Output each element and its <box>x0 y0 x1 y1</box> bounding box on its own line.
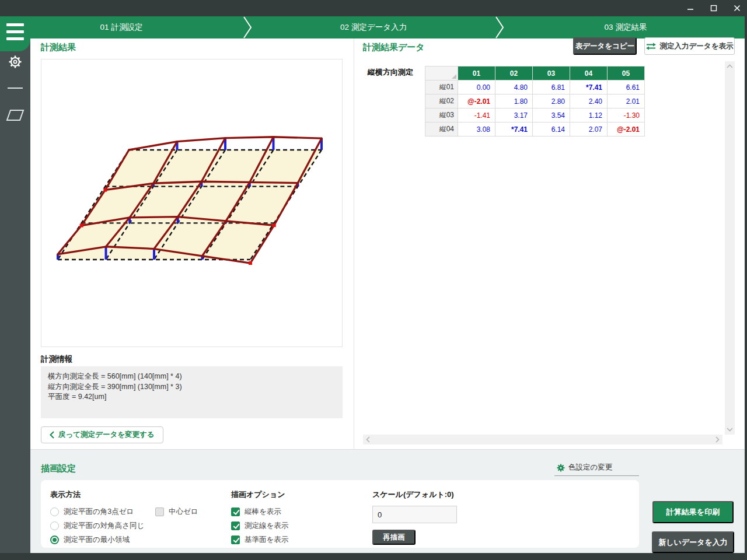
negative-point-marker <box>273 223 276 227</box>
measurement-result-title: 計測結果 <box>41 42 76 53</box>
sidebar-settings-button[interactable] <box>0 50 30 74</box>
negative-point-marker <box>249 261 252 265</box>
chevron-up-icon <box>727 64 733 68</box>
step-separator-chevron-icon <box>495 16 504 38</box>
table-cell: -1.30 <box>608 108 645 123</box>
table-cell: 0.00 <box>458 80 495 94</box>
copy-table-button[interactable]: 表データをコピー <box>573 37 637 55</box>
result-table: 0102030405縦010.004.806.81*7.416.61縦02@-2… <box>425 66 645 136</box>
table-row: 縦03-1.413.173.541.12-1.30 <box>425 108 645 123</box>
maximize-icon <box>710 5 717 12</box>
step-3[interactable]: 03 測定結果 <box>504 16 747 38</box>
table-row-header: 縦04 <box>425 123 458 136</box>
line-icon <box>7 86 23 90</box>
step-separator-chevron-icon <box>243 16 252 38</box>
new-data-button[interactable]: 新しいデータを入力 <box>652 531 734 553</box>
checkbox-label: 中心ゼロ <box>169 507 198 517</box>
color-settings-link[interactable]: 色設定の変更 <box>554 463 639 476</box>
surface-chart <box>41 60 342 346</box>
scroll-up-button[interactable] <box>725 61 735 71</box>
step-label: 03 測定結果 <box>605 22 647 33</box>
wizard-stepper: 01 計測設定02 測定データ入力03 測定結果 <box>0 16 747 38</box>
table-cell: 4.80 <box>495 80 533 94</box>
table-row: 縦02@-2.011.802.802.402.01 <box>425 94 645 108</box>
table-cell: -1.41 <box>458 108 495 123</box>
radio-icon <box>50 536 59 544</box>
measurement-info-title: 計測情報 <box>41 354 72 365</box>
table-column-header: 05 <box>608 66 645 80</box>
hamburger-menu-button[interactable] <box>0 16 30 51</box>
scroll-left-button[interactable] <box>363 435 373 444</box>
print-result-button[interactable]: 計算結果を印刷 <box>652 501 734 523</box>
table-column-header: 02 <box>495 66 533 80</box>
step-1[interactable]: 01 計測設定 <box>0 16 243 38</box>
step-2[interactable]: 02 測定データ入力 <box>252 16 495 38</box>
chevron-right-small-icon <box>715 436 720 443</box>
display-method-radio[interactable]: 測定平面の最小領域 <box>50 533 144 547</box>
show-input-data-button[interactable]: 測定入力データを表示 <box>644 37 735 55</box>
back-to-data-button[interactable]: 戻って測定データを変更する <box>41 426 163 443</box>
minimize-icon <box>687 5 694 12</box>
table-cell: 2.07 <box>570 123 608 136</box>
negative-point-marker <box>80 224 83 228</box>
step-label: 01 計測設定 <box>100 22 143 33</box>
application-window: 01 計測設定02 測定データ入力03 測定結果 <box>0 0 747 560</box>
display-method-radio[interactable]: 測定平面の角3点ゼロ <box>50 505 144 519</box>
result-data-title: 計測結果データ <box>363 42 425 53</box>
table-label: 縦横方向測定 <box>368 67 413 78</box>
center-zero-checkbox[interactable]: 中心ゼロ <box>155 505 198 519</box>
scale-input[interactable] <box>372 506 457 523</box>
table-row: 縦043.08*7.416.142.07@-2.01 <box>425 123 645 136</box>
close-icon <box>734 5 741 12</box>
table-cell: *7.41 <box>570 80 608 94</box>
draw-settings-card: 表示方法 測定平面の角3点ゼロ測定平面の対角高さ同じ測定平面の最小領域 中心ゼロ… <box>41 480 639 548</box>
close-button[interactable] <box>732 3 742 13</box>
chevron-left-small-icon <box>366 436 370 443</box>
checkbox-label: 基準面を表示 <box>245 535 288 545</box>
minimize-button[interactable] <box>685 3 696 13</box>
table-cell: 6.81 <box>533 80 570 94</box>
redraw-button[interactable]: 再描画 <box>372 530 416 545</box>
table-row-header: 縦03 <box>425 108 458 123</box>
radio-label: 測定平面の角3点ゼロ <box>64 507 134 517</box>
hamburger-icon <box>6 23 24 26</box>
checkbox-icon <box>231 508 240 516</box>
window-titlebar <box>0 0 747 16</box>
draw-option-checkbox[interactable]: 測定線を表示 <box>231 519 288 533</box>
table-cell: 6.61 <box>608 80 645 94</box>
table-row-header: 縦02 <box>425 94 458 108</box>
table-cell: 6.14 <box>533 123 570 136</box>
chevron-left-icon <box>50 431 54 439</box>
show-input-data-label: 測定入力データを表示 <box>660 41 734 51</box>
checkbox-icon <box>231 522 240 530</box>
scroll-down-button[interactable] <box>725 425 735 435</box>
table-cell: @-2.01 <box>608 123 645 136</box>
draw-options-title: 描画オプション <box>231 489 285 500</box>
table-cell: 3.08 <box>458 123 495 136</box>
vertical-scrollbar[interactable] <box>725 61 735 435</box>
scroll-right-button[interactable] <box>713 435 722 444</box>
info-line: 平面度 = 9.42[um] <box>48 392 336 402</box>
measurement-info-box: 横方向測定全長 = 560[mm] (140[mm] * 4)縦方向測定全長 =… <box>41 366 343 418</box>
maximize-button[interactable] <box>708 3 719 13</box>
parallelogram-icon <box>6 109 25 122</box>
table-cell: *7.41 <box>495 123 533 136</box>
gear-icon <box>8 54 23 69</box>
draw-settings-title: 描画設定 <box>41 463 76 474</box>
sidebar-line-measure-button[interactable] <box>0 76 30 100</box>
sidebar <box>0 38 30 553</box>
horizontal-scrollbar[interactable] <box>363 435 722 444</box>
color-settings-label: 色設定の変更 <box>568 463 612 473</box>
draw-settings-panel: 描画設定 色設定の変更 表示方法 測定平面の角3点ゼロ測定平面の対角高さ同じ測定… <box>30 449 745 553</box>
display-method-radio[interactable]: 測定平面の対角高さ同じ <box>50 519 144 533</box>
radio-icon <box>50 508 59 516</box>
table-cell: 2.40 <box>570 94 608 108</box>
info-line: 縦方向測定全長 = 390[mm] (130[mm] * 3) <box>48 382 336 393</box>
draw-option-checkbox[interactable]: 縦棒を表示 <box>231 505 288 519</box>
window-controls <box>685 0 742 16</box>
table-cell: 2.80 <box>533 94 570 108</box>
checkbox-icon <box>155 508 164 516</box>
draw-option-checkbox[interactable]: 基準面を表示 <box>231 533 288 547</box>
table-column-header: 01 <box>458 66 495 80</box>
sidebar-plane-measure-button[interactable] <box>0 104 30 127</box>
